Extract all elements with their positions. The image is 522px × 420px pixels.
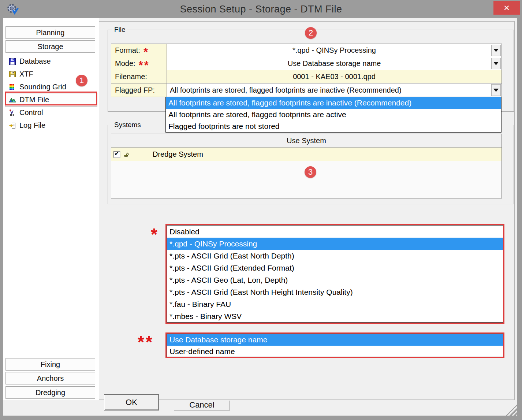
annotation-box-format-options: Disabled *.qpd - QINSy Processing *.pts …: [165, 224, 504, 324]
sidebar-item-label: Log File: [19, 121, 45, 130]
dropdown-option[interactable]: All footprints are stored, flagged footp…: [166, 109, 501, 120]
sidebar-section-dredging[interactable]: Dredging: [5, 386, 95, 399]
section-label: Planning: [36, 29, 65, 37]
file-settings-table: Format: * *.qpd - QINSy Processing Mode:…: [111, 44, 502, 97]
flagged-fp-dropdown-list: All footprints are stored, flagged footp…: [165, 97, 502, 133]
color-grid-icon: [9, 83, 16, 91]
chevron-down-icon[interactable]: [491, 84, 501, 96]
session-setup-dialog: Session Setup - Storage - DTM File ✕ Pla…: [0, 0, 522, 420]
close-icon: ✕: [503, 4, 510, 12]
format-options-list: Disabled *.qpd - QINSy Processing *.pts …: [167, 225, 503, 323]
chevron-down-icon[interactable]: [491, 45, 501, 56]
double-asterisk-marker: **: [138, 335, 154, 349]
annotation-box-mode-options: Use Database storage name User-defined n…: [165, 332, 504, 358]
sidebar-item-label: XTF: [19, 70, 33, 78]
annotation-circle-2: 2: [305, 27, 317, 39]
chevron-down-icon[interactable]: [491, 58, 501, 69]
filename-row: Filename: 0001 - KAE03 - 0001.qpd: [111, 70, 502, 83]
sidebar-item-label: Database: [19, 57, 51, 66]
format-row: Format: * *.qpd - QINSy Processing: [111, 44, 502, 57]
cancel-button[interactable]: Cancel: [174, 401, 230, 410]
flagged-fp-value: All footprints are stored, flagged footp…: [170, 86, 402, 94]
flagged-fp-label: Flagged FP:: [111, 83, 167, 97]
list-option[interactable]: *.pts - ASCII Grid (East North Height In…: [167, 286, 503, 298]
dialog-client-area: Planning Storage Database: [3, 18, 517, 416]
titlebar[interactable]: Session Setup - Storage - DTM File ✕: [0, 0, 522, 18]
list-option[interactable]: Use Database storage name: [167, 334, 503, 346]
dredge-system-row[interactable]: Dredge System: [111, 148, 502, 161]
list-option[interactable]: *.pts - ASCII Grid (East North Depth): [167, 250, 503, 262]
database-floppy-blue-icon: [9, 58, 16, 65]
mode-label: Mode: **: [111, 57, 167, 70]
required-marker: *: [143, 46, 149, 59]
filename-label: Filename:: [111, 70, 167, 83]
format-combo[interactable]: *.qpd - QINSy Processing: [167, 44, 502, 57]
systems-group-title: Systems: [112, 121, 143, 129]
sidebar-section-storage[interactable]: Storage: [5, 40, 95, 53]
file-group-title: File: [112, 26, 127, 34]
list-option[interactable]: *.fau - Binary FAU: [167, 298, 503, 310]
ok-button[interactable]: OK: [104, 394, 159, 410]
dropdown-option[interactable]: All footprints are stored, flagged footp…: [166, 97, 501, 109]
dialog-button-bar: [3, 400, 517, 416]
mode-options-list: Use Database storage name User-defined n…: [167, 334, 503, 357]
sidebar-item-dtm-file[interactable]: DTM File: [5, 93, 97, 106]
systems-table: Use System Dredge System: [111, 134, 502, 198]
list-option[interactable]: Disabled: [167, 226, 503, 238]
mode-row: Mode: ** Use Database storage name: [111, 57, 502, 70]
log-page-icon: [9, 122, 16, 129]
sidebar-item-label: Control: [19, 108, 43, 117]
use-system-header: Use System: [111, 134, 502, 148]
dtm-mountain-icon: [9, 96, 16, 104]
format-value: *.qpd - QINSy Processing: [292, 46, 376, 55]
annotation-circle-3: 3: [305, 166, 316, 178]
mode-combo[interactable]: Use Database storage name: [167, 57, 502, 70]
sidebar-item-label: Sounding Grid: [19, 83, 66, 91]
filename-value: 0001 - KAE03 - 0001.qpd: [293, 73, 376, 81]
sidebar-item-database[interactable]: Database: [5, 55, 97, 68]
close-button[interactable]: ✕: [493, 1, 520, 15]
sidebar-item-log-file[interactable]: Log File: [5, 119, 97, 132]
filename-field: 0001 - KAE03 - 0001.qpd: [167, 70, 502, 83]
section-label: Dredging: [36, 389, 65, 397]
sidebar-section-anchors[interactable]: Anchors: [5, 372, 95, 384]
dropdown-option[interactable]: Flagged footprints are not stored: [166, 120, 501, 132]
dredge-system-icon: [124, 151, 130, 157]
sidebar-section-planning[interactable]: Planning: [5, 26, 95, 39]
single-asterisk-marker: *: [151, 227, 159, 242]
section-label: Storage: [37, 42, 63, 51]
list-option[interactable]: *.pts - ASCII Geo (Lat, Lon, Depth): [167, 274, 503, 286]
flagged-fp-combo[interactable]: All footprints are stored, flagged footp…: [167, 83, 502, 97]
control-plot-icon: [9, 109, 16, 116]
sidebar-section-fixing[interactable]: Fixing: [5, 358, 95, 371]
checkbox-checked-icon[interactable]: [113, 151, 120, 158]
window-title: Session Setup - Storage - DTM File: [0, 0, 522, 18]
annotation-circle-1: 1: [76, 75, 87, 86]
list-option[interactable]: *.qpd - QINSy Processing: [167, 238, 503, 250]
format-label: Format: *: [111, 44, 167, 57]
required-marker: **: [139, 59, 150, 72]
list-option[interactable]: *.mbes - Binary WSV: [167, 310, 503, 322]
floppy-yellow-icon: [9, 71, 16, 78]
flagged-fp-row: Flagged FP: All footprints are stored, f…: [111, 83, 502, 97]
sidebar-item-control[interactable]: Control: [5, 106, 97, 119]
section-label: Anchors: [37, 374, 64, 383]
section-label: Fixing: [41, 360, 60, 369]
mode-value: Use Database storage name: [288, 59, 381, 68]
list-option[interactable]: *.pts - ASCII Grid (Extended Format): [167, 262, 503, 274]
dredge-system-label: Dredge System: [153, 150, 203, 159]
list-option[interactable]: User-defined name: [167, 346, 503, 357]
sidebar-item-label: DTM File: [19, 96, 49, 104]
systems-group: Systems Use System: [108, 125, 514, 204]
